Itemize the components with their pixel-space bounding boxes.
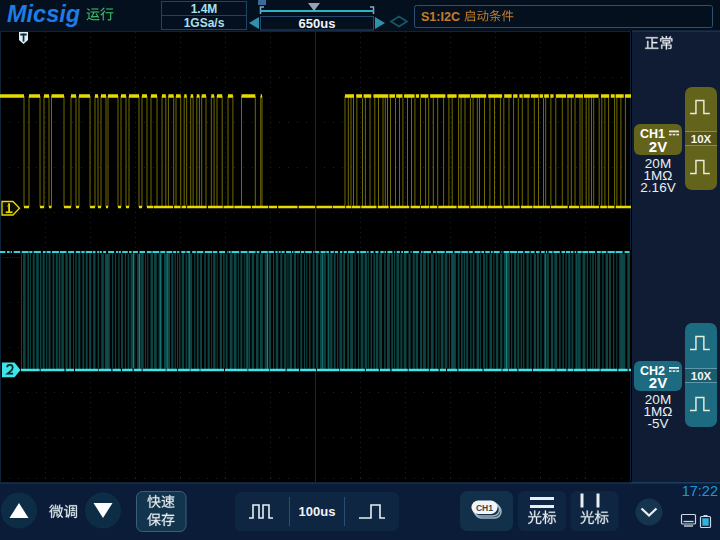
- svg-text:10X: 10X: [691, 133, 712, 145]
- svg-text:2.16V: 2.16V: [640, 180, 675, 195]
- svg-text:1GSa/s: 1GSa/s: [184, 16, 225, 30]
- svg-text:2V: 2V: [649, 138, 667, 155]
- svg-text:CH1: CH1: [476, 503, 493, 513]
- svg-text:-5V: -5V: [647, 416, 668, 431]
- svg-text:100us: 100us: [299, 504, 336, 519]
- svg-text:17:22: 17:22: [682, 483, 718, 499]
- svg-text:1.4M: 1.4M: [191, 2, 218, 16]
- svg-text:2V: 2V: [649, 374, 667, 391]
- svg-text:S1:I2C: S1:I2C: [421, 10, 460, 24]
- svg-text:650us: 650us: [299, 16, 336, 31]
- svg-text:10X: 10X: [691, 370, 712, 382]
- svg-text:Micsig: Micsig: [7, 1, 80, 27]
